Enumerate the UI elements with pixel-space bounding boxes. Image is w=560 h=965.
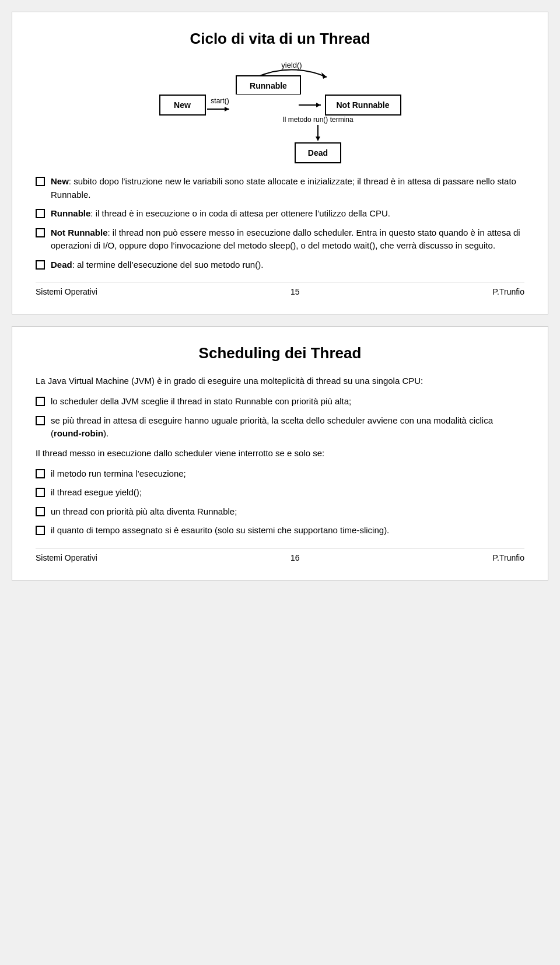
round-robin-bold: round-robin bbox=[54, 428, 103, 438]
start-label: start() bbox=[211, 97, 229, 105]
state-not-runnable: Not Runnable bbox=[325, 95, 401, 116]
slide2-title: Scheduling dei Thread bbox=[36, 344, 524, 362]
checkbox-runnable bbox=[36, 209, 45, 218]
slide1-footer-page: 15 bbox=[290, 287, 300, 296]
slide-1: Ciclo di vita di un Thread yield() Runna… bbox=[12, 12, 548, 314]
slide1-bullets: New: subito dopo l’istruzione new le var… bbox=[36, 175, 524, 271]
svg-marker-5 bbox=[225, 107, 229, 111]
run-termina-label: Il metodo run() termina bbox=[282, 116, 353, 124]
slide2-interrotto-4: il quanto di tempo assegnato si è esauri… bbox=[36, 524, 524, 537]
to-not-runnable-arrow bbox=[299, 101, 325, 109]
slide2-interrotto-1: il metodo run termina l’esecuzione; bbox=[36, 467, 524, 481]
slide2-interrotto-intro: Il thread messo in esecuzione dallo sche… bbox=[36, 446, 524, 460]
checkbox-i4 bbox=[36, 526, 45, 535]
slide2-footer-page: 16 bbox=[290, 553, 300, 562]
state-dead: Dead bbox=[295, 142, 341, 163]
checkbox-dead bbox=[36, 260, 45, 270]
svg-marker-9 bbox=[316, 137, 320, 141]
slide2-bullet-2: se più thread in attesa di eseguire hann… bbox=[36, 414, 524, 440]
bullet-dead-text: Dead: al termine dell’esecuzione del suo… bbox=[51, 258, 524, 272]
dead-arrow bbox=[314, 125, 322, 142]
slide-2: Scheduling dei Thread La Java Virtual Ma… bbox=[12, 326, 548, 581]
start-arrow bbox=[207, 105, 233, 113]
slide2-bullet-1: lo scheduler della JVM sceglie il thread… bbox=[36, 395, 524, 408]
dead-section: Il metodo run() termina Dead bbox=[236, 116, 306, 163]
bullet-not-runnable: Not Runnable: il thread non può essere m… bbox=[36, 226, 524, 253]
diagram-top: yield() Runnable New start() bbox=[159, 60, 401, 121]
svg-marker-7 bbox=[316, 103, 321, 107]
checkbox-i3 bbox=[36, 507, 45, 516]
svg-text:yield(): yield() bbox=[281, 61, 302, 69]
slide2-interrotto-3: un thread con priorità più alta diventa … bbox=[36, 505, 524, 519]
term-runnable: Runnable bbox=[51, 208, 90, 218]
slide1-footer-left: Sistemi Operativi bbox=[36, 287, 97, 296]
interrotto-text-1: il metodo run termina l’esecuzione; bbox=[51, 467, 524, 481]
slide1-footer: Sistemi Operativi 15 P.Trunfio bbox=[36, 282, 524, 296]
slide2-intro: La Java Virtual Machine (JVM) è in grado… bbox=[36, 374, 524, 388]
bullet-not-runnable-text: Not Runnable: il thread non può essere m… bbox=[51, 226, 524, 253]
checkbox-i1 bbox=[36, 469, 45, 478]
svg-text:Runnable: Runnable bbox=[250, 81, 287, 90]
interrotto-text-4: il quanto di tempo assegnato si è esauri… bbox=[51, 524, 524, 537]
yield-loop-svg: yield() Runnable bbox=[181, 60, 379, 95]
bullet-new: New: subito dopo l’istruzione new le var… bbox=[36, 175, 524, 201]
checkbox-s2-2 bbox=[36, 416, 45, 425]
slide2-footer: Sistemi Operativi 16 P.Trunfio bbox=[36, 548, 524, 562]
bullet-new-text: New: subito dopo l’istruzione new le var… bbox=[51, 175, 524, 201]
states-row: New start() Not Runnable bbox=[159, 95, 401, 116]
thread-lifecycle-diagram: yield() Runnable New start() bbox=[36, 60, 524, 163]
term-new: New bbox=[51, 176, 69, 186]
term-dead: Dead bbox=[51, 260, 72, 270]
checkbox-not-runnable bbox=[36, 228, 45, 237]
term-not-runnable: Not Runnable bbox=[51, 228, 108, 237]
state-new: New bbox=[159, 95, 206, 116]
interrotto-text-3: un thread con priorità più alta diventa … bbox=[51, 505, 524, 519]
slide2-bullets: lo scheduler della JVM sceglie il thread… bbox=[36, 395, 524, 440]
checkbox-i2 bbox=[36, 488, 45, 497]
slide2-bullet-1-text: lo scheduler della JVM sceglie il thread… bbox=[51, 395, 524, 408]
slide2-footer-right: P.Trunfio bbox=[493, 553, 524, 562]
slide2-footer-left: Sistemi Operativi bbox=[36, 553, 97, 562]
bullet-dead: Dead: al termine dell’esecuzione del suo… bbox=[36, 258, 524, 272]
slide2-interrotto-bullets: il metodo run termina l’esecuzione; il t… bbox=[36, 467, 524, 537]
bullet-runnable-text: Runnable: il thread è in esecuzione o in… bbox=[51, 207, 524, 221]
interrotto-text-2: il thread esegue yield(); bbox=[51, 486, 524, 499]
slide2-interrotto-2: il thread esegue yield(); bbox=[36, 486, 524, 499]
checkbox-s2-1 bbox=[36, 397, 45, 406]
slide1-footer-right: P.Trunfio bbox=[493, 287, 524, 296]
slide1-title: Ciclo di vita di un Thread bbox=[36, 30, 524, 48]
checkbox-new bbox=[36, 177, 45, 186]
slide2-bullet-2-text: se più thread in attesa di eseguire hann… bbox=[51, 414, 524, 440]
bullet-runnable: Runnable: il thread è in esecuzione o in… bbox=[36, 207, 524, 221]
